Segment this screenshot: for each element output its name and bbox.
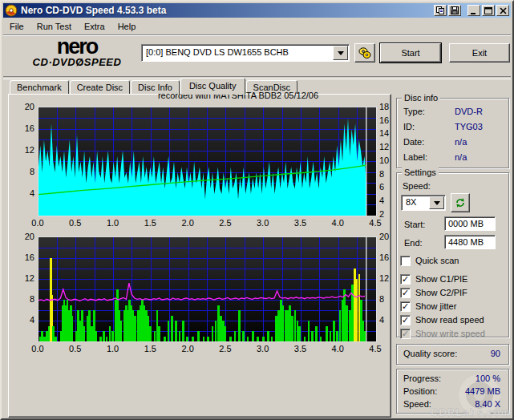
speed-select-value: 8X <box>406 197 416 207</box>
x-axis-tick: 4.5 <box>363 218 387 228</box>
disc-date: n/a <box>455 137 467 147</box>
x-axis-tick: 4.0 <box>326 344 350 353</box>
y-axis-tick: 8 <box>14 167 34 176</box>
refresh-icon <box>455 197 466 208</box>
x-axis-tick: 3.5 <box>288 218 312 228</box>
quality-score-label: Quality score: <box>403 349 457 358</box>
disc-glyph: Ø <box>75 56 84 68</box>
pi-errors-chart: 20161284181614121086420.00.51.01.52.02.5… <box>38 107 375 215</box>
x-axis-tick: 2.5 <box>213 218 237 228</box>
menu-run-test[interactable]: Run Test <box>30 20 78 33</box>
checkbox-show-c1-pie[interactable]: ✓Show C1/PIE <box>400 273 467 285</box>
progress-value: 100 % <box>476 374 500 383</box>
x-axis-tick: 1.0 <box>101 344 125 353</box>
start-button[interactable]: Start <box>380 43 441 63</box>
tab-benchmark[interactable]: Benchmark <box>10 80 69 95</box>
y-axis-tick: 4 <box>14 188 34 198</box>
y-axis-right-tick: 2 <box>379 209 384 219</box>
checkbox-box: ✓ <box>400 329 411 339</box>
y-axis-right-tick: 18 <box>379 102 389 111</box>
menu-file[interactable]: File <box>3 20 30 33</box>
y-axis-right-tick: 4 <box>379 315 384 325</box>
menu-bar: File Run Test Extra Help <box>3 18 511 34</box>
app-icon <box>5 4 18 17</box>
disc-id: TYG03 <box>455 122 483 131</box>
disc-info-panel: Disc info Type:DVD-R ID:TYG03 Date:n/a L… <box>396 98 509 168</box>
disc-label: n/a <box>455 152 467 162</box>
nero-logo: nero CD·DVDØSPEED <box>13 37 141 68</box>
pi-failures-chart: 20161284201612840.00.51.01.52.02.53.03.5… <box>38 236 375 341</box>
tab-disc-quality[interactable]: Disc Quality <box>180 78 245 95</box>
y-axis-right-tick: 8 <box>379 294 384 304</box>
y-axis-right-tick: 6 <box>379 182 384 192</box>
end-mb-field[interactable]: 4480 MB <box>444 235 496 249</box>
checkbox-quick-scan[interactable]: Quick scan <box>400 255 459 266</box>
hand-disc-icon <box>358 46 371 59</box>
y-axis-right-tick: 10 <box>379 155 389 165</box>
checkbox-box[interactable]: ✓ <box>400 301 411 312</box>
menu-help[interactable]: Help <box>111 20 143 33</box>
start-mb-field[interactable]: 0000 MB <box>444 216 496 231</box>
window-title: Nero CD-DVD Speed 4.53.3 beta <box>21 5 166 16</box>
save-screenshot-button[interactable] <box>448 5 461 16</box>
x-axis-tick: 0.0 <box>26 344 50 353</box>
cd-dvd-speed-wordmark: CD·DVDØSPEED <box>13 56 141 68</box>
checkbox-box[interactable] <box>400 256 411 266</box>
y-axis-tick: 4 <box>14 315 34 325</box>
y-axis-tick: 12 <box>14 273 34 283</box>
y-axis-tick: 8 <box>14 294 34 304</box>
exit-button[interactable]: Exit <box>449 43 510 63</box>
x-axis-tick: 0.5 <box>63 344 87 353</box>
y-axis-right-tick: 4 <box>379 196 384 205</box>
nero-wordmark: nero <box>13 37 141 56</box>
y-axis-right-tick: 14 <box>379 128 389 138</box>
disc-info-caption: Disc info <box>402 93 440 103</box>
minimize-button[interactable] <box>467 5 480 16</box>
chevron-down-icon[interactable] <box>333 46 348 60</box>
y-axis-right-tick: 12 <box>379 273 389 283</box>
x-axis-tick: 3.0 <box>251 344 275 353</box>
y-axis-right-tick: 12 <box>379 142 389 151</box>
close-button[interactable] <box>496 5 509 16</box>
app-window: Nero CD-DVD Speed 4.53.3 beta File Run T… <box>0 0 514 420</box>
quality-score-value: 90 <box>491 349 500 358</box>
checkbox-box[interactable]: ✓ <box>400 274 411 285</box>
disc-type: DVD-R <box>455 107 483 116</box>
checkbox-box[interactable]: ✓ <box>400 288 411 298</box>
end-mb-label: End: <box>404 238 423 248</box>
y-axis-right-tick: 16 <box>379 252 389 262</box>
y-axis-right-tick: 20 <box>379 232 389 241</box>
y-axis-right-tick: 16 <box>379 115 389 125</box>
y-axis-tick: 16 <box>14 252 34 262</box>
quality-score-panel: Quality score: 90 <box>396 344 509 365</box>
drive-select-value: [0:0] BENQ DVD LS DW1655 BCHB <box>146 47 289 57</box>
y-axis-tick: 20 <box>14 102 34 111</box>
x-axis-tick: 2.0 <box>176 218 200 228</box>
x-axis-tick: 2.5 <box>213 344 237 353</box>
copy-to-clipboard-button[interactable] <box>434 5 447 16</box>
x-axis-tick: 1.0 <box>101 218 125 228</box>
maximize-button[interactable] <box>482 5 495 16</box>
drive-select[interactable]: [0:0] BENQ DVD LS DW1655 BCHB <box>141 44 350 62</box>
checkbox-show-jitter[interactable]: ✓Show jitter <box>400 301 456 312</box>
checkbox-box[interactable]: ✓ <box>400 315 411 325</box>
settings-caption: Settings <box>402 168 439 177</box>
y-axis-tick: 12 <box>14 145 34 155</box>
y-axis-tick: 16 <box>14 123 34 133</box>
chevron-down-icon[interactable] <box>429 196 444 209</box>
x-axis-tick: 2.0 <box>176 344 200 353</box>
refresh-button[interactable] <box>451 193 470 212</box>
checkbox-show-c2-pif[interactable]: ✓Show C2/PIF <box>400 287 467 298</box>
speed-select[interactable]: 8X <box>401 195 446 211</box>
title-bar: Nero CD-DVD Speed 4.53.3 beta <box>3 3 511 18</box>
menu-extra[interactable]: Extra <box>78 20 111 33</box>
checkbox-show-read-speed[interactable]: ✓Show read speed <box>400 314 484 325</box>
x-axis-tick: 4.5 <box>363 344 387 353</box>
eject-disc-button[interactable] <box>354 43 375 63</box>
speed-label: Speed: <box>403 181 431 191</box>
x-axis-tick: 4.0 <box>326 218 350 228</box>
x-axis-tick: 3.0 <box>251 218 275 228</box>
site-watermark: CDRLabs.com <box>431 406 511 418</box>
x-axis-tick: 3.5 <box>288 344 312 353</box>
position-value: 4479 MB <box>465 386 500 396</box>
